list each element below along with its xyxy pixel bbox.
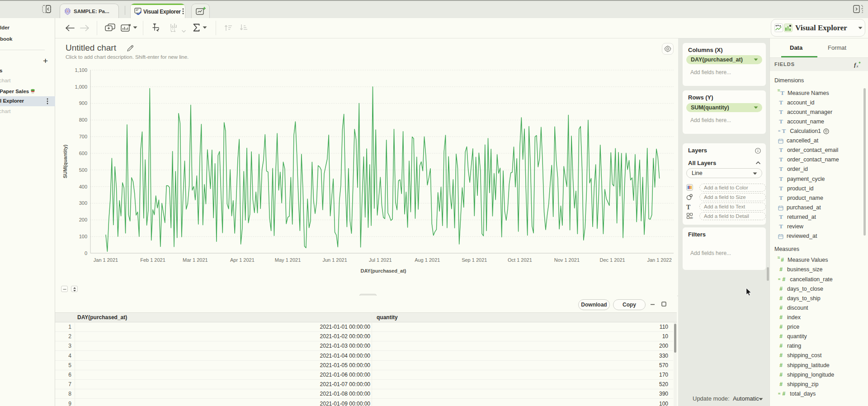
svg-text:300: 300 bbox=[79, 200, 87, 206]
svg-text:Apr 1 2021: Apr 1 2021 bbox=[230, 257, 255, 263]
svg-text:900: 900 bbox=[79, 100, 87, 106]
svg-text:600: 600 bbox=[79, 151, 87, 156]
svg-text:200: 200 bbox=[79, 217, 87, 222]
svg-text:ab: ab bbox=[689, 216, 693, 219]
svg-text:May 1 2021: May 1 2021 bbox=[275, 257, 301, 263]
svg-text:Sep 1 2021: Sep 1 2021 bbox=[462, 257, 487, 263]
svg-text:SUM(quantity): SUM(quantity) bbox=[62, 144, 68, 178]
svg-text:700: 700 bbox=[79, 134, 87, 139]
svg-text:Jul 1 2021: Jul 1 2021 bbox=[369, 257, 392, 263]
svg-text:DAY(purchased_at): DAY(purchased_at) bbox=[360, 268, 406, 274]
svg-text:Jan 1 2022: Jan 1 2022 bbox=[647, 257, 671, 263]
svg-text:Nov 1 2021: Nov 1 2021 bbox=[554, 257, 580, 263]
svg-text:400: 400 bbox=[79, 184, 87, 189]
svg-text:Mar 1 2021: Mar 1 2021 bbox=[183, 257, 208, 263]
svg-text:Feb 1 2021: Feb 1 2021 bbox=[140, 257, 165, 263]
svg-text:Jun 1 2021: Jun 1 2021 bbox=[322, 257, 347, 263]
svg-text:Aug 1 2021: Aug 1 2021 bbox=[415, 257, 440, 263]
svg-text:Dec 1 2021: Dec 1 2021 bbox=[599, 257, 625, 263]
svg-text:Jan 1 2021: Jan 1 2021 bbox=[94, 257, 118, 263]
svg-text:0: 0 bbox=[85, 250, 87, 256]
svg-text:100: 100 bbox=[79, 234, 87, 239]
svg-text:Oct 1 2021: Oct 1 2021 bbox=[508, 257, 532, 263]
svg-text:800: 800 bbox=[79, 117, 87, 123]
svg-text:500: 500 bbox=[79, 167, 87, 173]
svg-text:x: x bbox=[856, 64, 859, 68]
svg-text:1,000: 1,000 bbox=[75, 84, 87, 90]
svg-text:1,100: 1,100 bbox=[75, 67, 87, 73]
